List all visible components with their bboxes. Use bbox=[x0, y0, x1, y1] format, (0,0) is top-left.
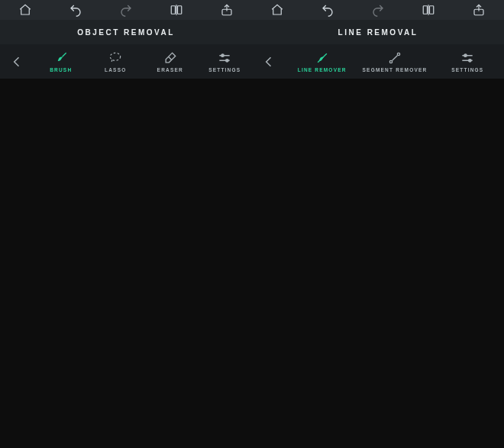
tool-label: SETTINGS bbox=[208, 67, 241, 73]
share-button[interactable] bbox=[462, 0, 496, 20]
back-button-right[interactable] bbox=[252, 44, 286, 79]
tool-label: SETTINGS bbox=[451, 67, 483, 73]
tool-segment-remover[interactable]: SEGMENT REMOVER bbox=[358, 44, 431, 79]
bottom-toolbar-right: LINE REMOVER SEGMENT REMOVER SETTINGS bbox=[252, 44, 504, 79]
compare-button[interactable] bbox=[160, 0, 193, 20]
app-dual-pane: OBJECT REMOVAL GO bbox=[0, 0, 504, 79]
back-button-left[interactable] bbox=[0, 44, 34, 79]
undo-button[interactable] bbox=[311, 0, 344, 20]
svg-point-4 bbox=[221, 54, 224, 56]
tool-label: LINE REMOVER bbox=[298, 67, 347, 73]
home-button[interactable] bbox=[8, 0, 42, 20]
svg-point-3 bbox=[111, 53, 121, 60]
redo-button[interactable] bbox=[361, 0, 395, 20]
redo-button[interactable] bbox=[109, 0, 143, 20]
svg-rect-7 bbox=[430, 6, 434, 15]
arrow-left-icon bbox=[9, 55, 24, 69]
svg-rect-0 bbox=[171, 6, 175, 15]
mode-title-label: LINE REMOVAL bbox=[338, 28, 418, 37]
tool-settings-right[interactable]: SETTINGS bbox=[431, 44, 504, 79]
undo-button[interactable] bbox=[59, 0, 92, 20]
svg-point-11 bbox=[464, 54, 467, 56]
mode-title-left: OBJECT REMOVAL bbox=[0, 20, 252, 44]
pane-object-removal: OBJECT REMOVAL GO bbox=[0, 0, 252, 79]
svg-rect-6 bbox=[423, 6, 427, 15]
tool-settings-left[interactable]: SETTINGS bbox=[198, 44, 253, 79]
svg-point-10 bbox=[397, 53, 399, 55]
brush-icon bbox=[53, 51, 69, 65]
svg-rect-1 bbox=[178, 6, 182, 15]
pane-line-removal: LINE REMOVAL 🚲 🚲 bbox=[252, 0, 504, 79]
segment-remover-icon bbox=[387, 51, 402, 65]
line-remover-icon bbox=[315, 51, 330, 65]
tool-line-remover[interactable]: LINE REMOVER bbox=[286, 44, 358, 79]
bottom-toolbar-left: BRUSH LASSO ERASER SETTINGS bbox=[0, 44, 252, 79]
eraser-icon bbox=[163, 51, 178, 65]
lasso-icon bbox=[108, 51, 123, 65]
tool-eraser[interactable]: ERASER bbox=[143, 44, 198, 79]
svg-point-12 bbox=[469, 59, 471, 61]
svg-point-5 bbox=[226, 59, 228, 61]
mode-title-right: LINE REMOVAL bbox=[252, 20, 504, 44]
home-button[interactable] bbox=[260, 0, 294, 20]
tool-label: SEGMENT REMOVER bbox=[363, 67, 428, 73]
compare-button[interactable] bbox=[412, 0, 445, 20]
share-button[interactable] bbox=[210, 0, 244, 20]
tool-lasso[interactable]: LASSO bbox=[89, 44, 144, 79]
tool-label: BRUSH bbox=[50, 67, 72, 73]
arrow-left-icon bbox=[261, 55, 276, 69]
mode-title-label: OBJECT REMOVAL bbox=[77, 28, 175, 37]
svg-point-9 bbox=[389, 60, 392, 63]
tool-brush[interactable]: BRUSH bbox=[34, 44, 89, 79]
tool-label: ERASER bbox=[157, 67, 183, 73]
sliders-icon bbox=[217, 51, 232, 65]
tool-label: LASSO bbox=[105, 67, 126, 73]
top-toolbar-left bbox=[0, 0, 252, 20]
sliders-icon bbox=[460, 51, 475, 65]
top-toolbar-right bbox=[252, 0, 504, 20]
